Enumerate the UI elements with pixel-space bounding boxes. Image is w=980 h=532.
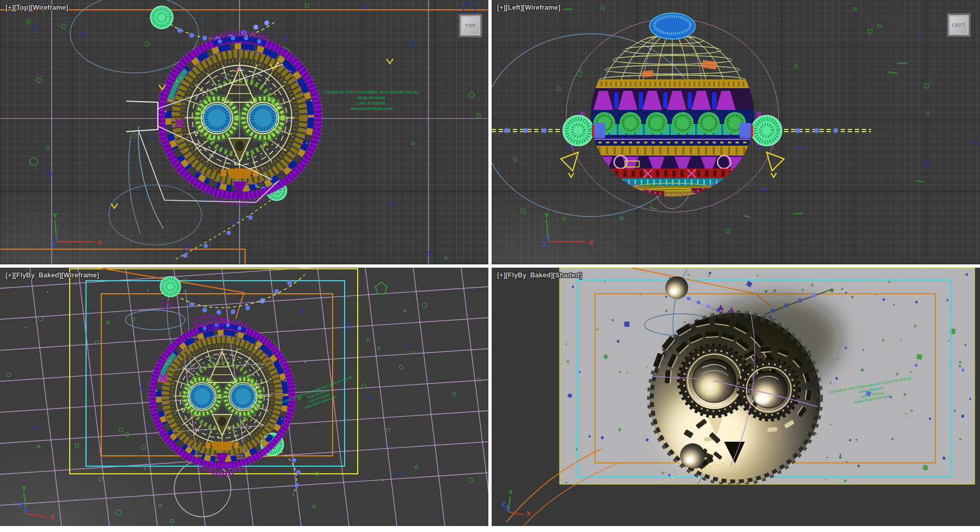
viewport-label-flyby-shaded[interactable]: [+][FlyBy_Baked][Shaded] xyxy=(497,271,582,279)
viewcube-left[interactable]: LEFT xyxy=(948,15,969,35)
viewport-label-top[interactable]: [+][Top][Wireframe] xyxy=(5,4,68,11)
viewport-label-left[interactable]: [+][Left][Wireframe] xyxy=(497,4,560,11)
viewcube-face-label: TOP xyxy=(462,17,479,34)
viewcube-top[interactable]: TOP xyxy=(460,15,481,36)
viewport-top[interactable] xyxy=(0,0,488,264)
viewport-left-view[interactable] xyxy=(492,0,980,264)
viewport-flyby-wireframe[interactable] xyxy=(0,268,488,526)
viewport-splitter-vertical[interactable] xyxy=(488,0,492,526)
ui-edge-strip xyxy=(0,526,980,532)
viewport-quad-layout: Y X Z xyxy=(0,0,980,532)
viewcube-face-label: LEFT xyxy=(951,17,967,33)
viewport-label-flyby-wireframe[interactable]: [+][FlyBy_Baked][Wireframe] xyxy=(5,271,99,279)
viewport-splitter-horizontal[interactable] xyxy=(0,264,980,268)
viewport-flyby-shaded[interactable] xyxy=(492,268,980,526)
